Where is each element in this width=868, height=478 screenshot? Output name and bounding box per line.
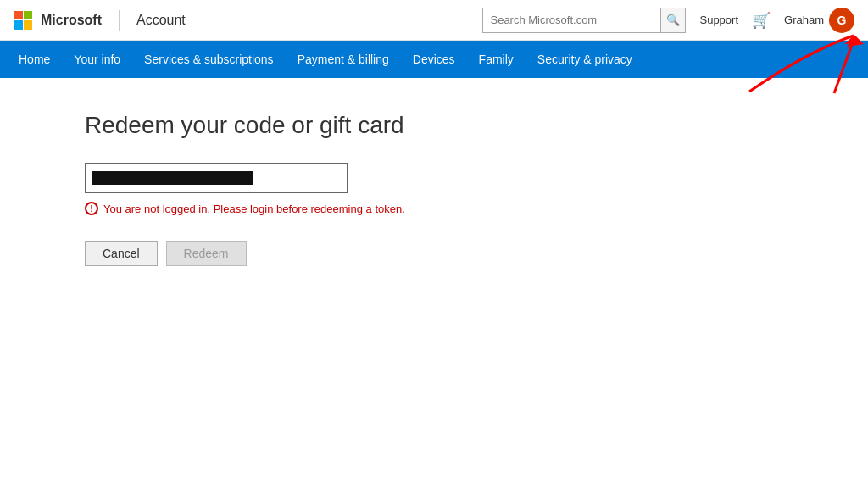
avatar: G <box>829 8 854 33</box>
cancel-button[interactable]: Cancel <box>85 241 158 266</box>
microsoft-wordmark: Microsoft <box>41 13 102 28</box>
logo-q3 <box>14 20 23 30</box>
main-content: Redeem your code or gift card ! You are … <box>0 78 868 292</box>
support-link[interactable]: Support <box>699 14 738 26</box>
search-button[interactable]: 🔍 <box>660 8 686 32</box>
logo-q1 <box>14 11 23 20</box>
nav-item-home[interactable]: Home <box>7 41 62 78</box>
header-actions: Support 🛒 Graham G <box>699 8 854 33</box>
account-title: Account <box>136 13 186 28</box>
navigation-bar: Home Your info Services & subscriptions … <box>0 41 868 78</box>
error-message: ! You are not logged in. Please login be… <box>85 202 834 215</box>
logo-q4 <box>24 20 33 30</box>
user-section[interactable]: Graham G <box>784 8 854 33</box>
nav-item-security[interactable]: Security & privacy <box>526 41 644 78</box>
header: Microsoft Account 🔍 Support 🛒 Graham G <box>0 0 868 41</box>
nav-item-family[interactable]: Family <box>467 41 526 78</box>
microsoft-logo <box>14 11 32 30</box>
search-bar: 🔍 <box>482 8 686 33</box>
nav-item-services[interactable]: Services & subscriptions <box>132 41 286 78</box>
error-icon: ! <box>85 202 98 215</box>
user-name: Graham <box>784 14 824 26</box>
logo-q2 <box>24 11 33 20</box>
nav-item-your-info[interactable]: Your info <box>62 41 132 78</box>
logo-area: Microsoft Account <box>14 10 186 31</box>
redeem-button[interactable]: Redeem <box>166 241 247 266</box>
redacted-text <box>92 171 253 185</box>
button-row: Cancel Redeem <box>85 241 834 266</box>
cart-icon[interactable]: 🛒 <box>752 11 771 30</box>
page-title: Redeem your code or gift card <box>85 112 834 139</box>
error-text: You are not logged in. Please login befo… <box>103 203 405 215</box>
header-divider <box>119 10 120 31</box>
nav-item-payment[interactable]: Payment & billing <box>286 41 401 78</box>
nav-item-devices[interactable]: Devices <box>401 41 467 78</box>
code-input-area <box>85 163 834 193</box>
search-input[interactable] <box>483 8 659 32</box>
